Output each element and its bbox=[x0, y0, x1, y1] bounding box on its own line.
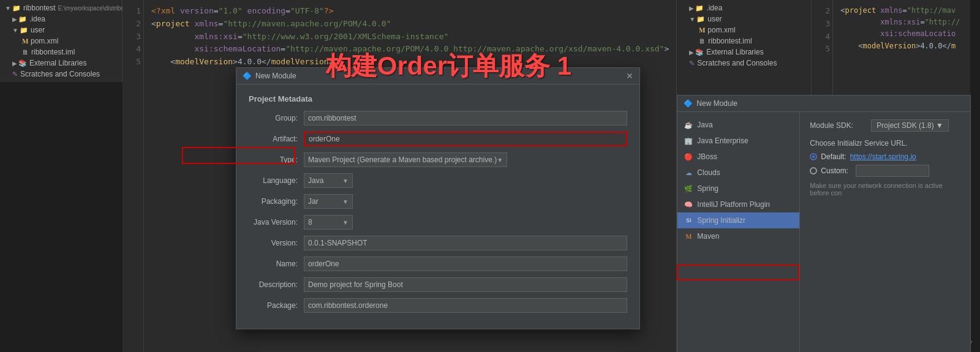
default-url-link[interactable]: https://start.spring.io bbox=[850, 152, 916, 161]
artifact-label: Artifact: bbox=[249, 135, 304, 143]
package-input[interactable] bbox=[304, 298, 627, 313]
module-type-label: Java Enterprise bbox=[697, 137, 748, 145]
xml-file-icon: 𝐌 bbox=[699, 26, 705, 34]
sdk-row: Module SDK: Project SDK (1.8) ▼ bbox=[810, 119, 960, 132]
package-label: Package: bbox=[249, 301, 304, 310]
language-value: Java bbox=[308, 176, 323, 185]
language-wrapper: Java ▼ bbox=[304, 173, 353, 188]
maven-icon: 𝐌 bbox=[684, 231, 693, 241]
java-version-row: Java Version: 8 ▼ bbox=[249, 215, 627, 230]
module-type-label: Maven bbox=[697, 232, 719, 241]
sidebar-item-label: ribbontest.iml bbox=[708, 37, 752, 45]
sidebar-item-label: ribbontest bbox=[23, 4, 56, 12]
default-label: Default: bbox=[821, 152, 846, 161]
sidebar-item-iml[interactable]: 🗎 ribbontest.iml bbox=[0, 47, 122, 58]
sidebar-item-scratches[interactable]: ✎ Scratches and Consoles bbox=[0, 69, 122, 80]
sidebar-item-label: user bbox=[31, 26, 45, 34]
module-type-java-ee[interactable]: 🏢 Java Enterprise bbox=[677, 133, 799, 149]
note-text: Make sure your network connection is act… bbox=[810, 182, 960, 197]
artifact-input[interactable] bbox=[304, 132, 627, 146]
dialog2-title: New Module bbox=[696, 99, 737, 108]
dialog2-title-bar: 🔷 New Module bbox=[677, 95, 970, 112]
folder-icon: 📁 bbox=[20, 26, 28, 34]
module-type-spring-initializr[interactable]: SI Spring Initializr bbox=[677, 212, 799, 228]
language-row: Language: Java ▼ bbox=[249, 173, 627, 188]
name-label: Name: bbox=[249, 260, 304, 268]
java-icon: ☕ bbox=[684, 120, 693, 130]
chevron-down-icon: ▼ bbox=[342, 178, 349, 184]
right-tree-item-external-libraries[interactable]: ▶ 📚 External Libraries bbox=[677, 47, 811, 58]
chevron-down-icon: ▼ bbox=[342, 198, 349, 205]
right-tree-item-idea[interactable]: ▶ 📁 .idea bbox=[677, 2, 811, 13]
default-radio[interactable] bbox=[810, 153, 817, 160]
libraries-icon: 📚 bbox=[18, 59, 27, 67]
chevron-down-icon: ▼ bbox=[936, 121, 943, 130]
module-type-java[interactable]: ☕ Java bbox=[677, 117, 799, 133]
file-tree-sidebar: ▼ 📁 ribbontest E:\myworkspace\distribute… bbox=[0, 0, 123, 82]
custom-radio-row: Custom: bbox=[810, 165, 960, 177]
sidebar-item-pomxml[interactable]: 𝐌 pom.xml bbox=[0, 36, 122, 47]
java-version-select[interactable]: 8 ▼ bbox=[304, 215, 353, 230]
custom-radio[interactable] bbox=[810, 167, 817, 174]
scratches-icon: ✎ bbox=[12, 70, 18, 78]
group-input[interactable] bbox=[304, 111, 627, 125]
name-row: Name: bbox=[249, 257, 627, 271]
right-tree-item-pomxml[interactable]: 𝐌 pom.xml bbox=[677, 24, 811, 36]
sidebar-item-external-libraries[interactable]: ▶ 📚 External Libraries bbox=[0, 58, 122, 69]
dialog-close-button[interactable]: ✕ bbox=[626, 72, 633, 80]
right-tree-item-user[interactable]: ▼ 📁 user bbox=[677, 13, 811, 24]
jboss-icon: 🔴 bbox=[684, 152, 693, 162]
section-title: Project Metadata bbox=[249, 94, 627, 103]
name-input[interactable] bbox=[304, 257, 627, 271]
sidebar-item-user[interactable]: ▼ 📁 user bbox=[0, 24, 122, 36]
scratches-icon: ✎ bbox=[689, 59, 695, 67]
sidebar-item-label: External Libraries bbox=[706, 48, 763, 56]
module-type-spring[interactable]: 🌿 Spring bbox=[677, 181, 799, 197]
sidebar-item-label: user bbox=[707, 15, 722, 23]
new-module-dialog: 🔷 New Module ✕ Project Metadata Group: A… bbox=[236, 67, 640, 329]
custom-label: Custom: bbox=[821, 167, 848, 175]
language-select[interactable]: Java ▼ bbox=[304, 173, 353, 188]
module-type-label: Java bbox=[697, 121, 712, 129]
description-input[interactable] bbox=[304, 277, 627, 292]
dialog-title-bar: 🔷 New Module ✕ bbox=[236, 68, 639, 84]
type-row: Type: Maven Project (Generate a Maven ba… bbox=[249, 152, 627, 167]
module-type-label: Clouds bbox=[697, 168, 720, 177]
expand-arrow: ▼ bbox=[5, 5, 11, 12]
module-type-label: IntelliJ Platform Plugin bbox=[697, 200, 770, 209]
right-tree-item-scratches[interactable]: ✎ Scratches and Consoles bbox=[677, 58, 811, 69]
version-row: Version: bbox=[249, 236, 627, 250]
sdk-select[interactable]: Project SDK (1.8) ▼ bbox=[871, 119, 949, 132]
sidebar-item-label: Scratches and Consoles bbox=[20, 70, 100, 78]
module-type-clouds[interactable]: ☁ Clouds bbox=[677, 165, 799, 181]
packaging-value: Jar bbox=[308, 197, 318, 206]
sidebar-item-label: External Libraries bbox=[29, 59, 86, 67]
module-type-intellij[interactable]: 🧠 IntelliJ Platform Plugin bbox=[677, 197, 799, 212]
type-select[interactable]: Maven Project (Generate a Maven based pr… bbox=[304, 152, 507, 167]
module-type-jboss[interactable]: 🔴 JBoss bbox=[677, 149, 799, 165]
packaging-row: Packaging: Jar ▼ bbox=[249, 194, 627, 209]
right-panel: ▶ 📁 .idea ▼ 📁 user 𝐌 pom.xml 🗎 ribbontes… bbox=[676, 0, 980, 352]
libraries-icon: 📚 bbox=[695, 48, 704, 56]
service-url-desc: Choose Initializr Service URL. bbox=[810, 139, 960, 148]
packaging-select[interactable]: Jar ▼ bbox=[304, 194, 353, 209]
module-type-label: JBoss bbox=[697, 152, 717, 161]
artifact-row: Artifact: bbox=[249, 132, 627, 146]
spring-init-icon: SI bbox=[684, 215, 693, 225]
xml-file-icon: 𝐌 bbox=[22, 37, 28, 45]
module-icon2: 🔷 bbox=[684, 99, 693, 108]
module-icon: 🔷 bbox=[243, 72, 252, 80]
type-value: Maven Project (Generate a Maven based pr… bbox=[308, 155, 497, 164]
folder-icon: 📁 bbox=[18, 15, 27, 23]
right-tree-item-iml[interactable]: 🗎 ribbontest.iml bbox=[677, 36, 811, 47]
sidebar-item-idea[interactable]: ▶ 📁 .idea bbox=[0, 13, 122, 24]
center-panel: 1 2 3 4 5 <?xml version="1.0" encoding="… bbox=[123, 0, 676, 352]
module-settings-panel: Module SDK: Project SDK (1.8) ▼ Choose I… bbox=[800, 112, 970, 352]
package-row: Package: bbox=[249, 298, 627, 313]
type-label: Type: bbox=[249, 155, 304, 164]
custom-url-input[interactable] bbox=[856, 165, 929, 177]
version-input[interactable] bbox=[304, 236, 627, 250]
chevron-down-icon: ▼ bbox=[342, 219, 349, 226]
module-type-maven[interactable]: 𝐌 Maven bbox=[677, 228, 799, 244]
sidebar-item-ribbontest[interactable]: ▼ 📁 ribbontest E:\myworkspace\distribute… bbox=[0, 2, 122, 13]
